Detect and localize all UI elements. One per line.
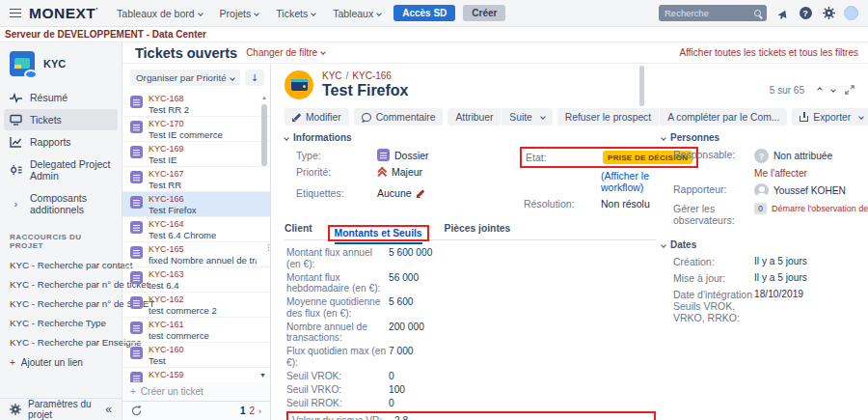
start-watching-link[interactable]: Démarre l'observation de ce ticket xyxy=(772,204,868,213)
ticket-row-selected[interactable]: KYC-166Test Firefox xyxy=(122,192,270,217)
informations-grid: Type:Dossier Priorité:Majeur Etiquettes:… xyxy=(285,149,656,214)
labels-value: Aucune xyxy=(377,187,412,199)
sidebar-item-reports[interactable]: Rapports xyxy=(4,131,118,153)
active-tab-annotation-box: Montants et Seuils xyxy=(328,225,429,241)
pagination: 1 2 › xyxy=(240,406,261,416)
sidebar-item-resume[interactable]: Résumé xyxy=(4,87,118,108)
feedback-megaphone-icon[interactable] xyxy=(774,6,790,21)
ticket-row[interactable]: KYC-160Test xyxy=(122,343,270,368)
unassigned-avatar-icon: ? xyxy=(754,149,769,163)
tab-montants-et-seuils[interactable]: Montants et Seuils xyxy=(335,226,422,244)
expand-icon[interactable] xyxy=(845,85,854,95)
ticket-row[interactable]: KYC-159 xyxy=(122,368,270,382)
acces-sd-button[interactable]: Accès SD xyxy=(393,5,455,21)
comment-icon xyxy=(362,113,371,122)
updated-value: Il y a 5 jours xyxy=(754,272,807,283)
create-ticket-link[interactable]: Créer un ticket xyxy=(122,382,270,401)
project-header[interactable]: KYC xyxy=(0,42,122,86)
add-link-button[interactable]: Ajouter un lien xyxy=(0,351,122,374)
state-label: Etat: xyxy=(526,152,603,163)
ticket-row[interactable]: KYC-170Test IE commerce xyxy=(122,117,270,142)
suite-dropdown-button[interactable]: Suite xyxy=(502,108,552,126)
breadcrumb-ticket-link[interactable]: KYC-166 xyxy=(352,70,392,81)
shortcut-recherche-type[interactable]: KYC - Recherche Type xyxy=(0,313,122,332)
sidebar-item-delegated-admin[interactable]: Delegated Project Admin xyxy=(4,154,118,186)
refresh-icon[interactable] xyxy=(131,406,142,416)
export-icon xyxy=(800,112,808,122)
menu-boards[interactable]: Tableaux xyxy=(328,8,386,19)
field-value: 0 xyxy=(389,371,394,382)
assignee-value: Non attribuée xyxy=(773,151,832,161)
field-label: Seuil VROK: xyxy=(286,371,389,382)
monext-logo[interactable]: MONEXT’ xyxy=(29,5,98,22)
collapse-sidebar-icon[interactable]: « xyxy=(105,403,112,416)
search-box[interactable] xyxy=(659,5,767,21)
shortcuts-section-title: RACCOURCIS DU PROJET xyxy=(0,221,122,255)
ticket-row[interactable]: KYC-161test commerce xyxy=(122,318,270,343)
field-value: 0 xyxy=(389,398,394,409)
sort-dropdown[interactable]: Organiser par Priorité xyxy=(130,70,240,86)
menu-tickets[interactable]: Tickets xyxy=(271,8,320,19)
list-filter-caret-icon[interactable]: ▼ xyxy=(259,372,266,378)
panel-resize-handle[interactable]: ⋮ xyxy=(264,242,273,252)
ticket-key: KYC-163 xyxy=(149,269,184,280)
ticket-key: KYC-168 xyxy=(149,94,189,104)
sort-direction-button[interactable]: ↓ xyxy=(245,70,264,86)
scrollbar-up-arrow[interactable]: ▲ xyxy=(261,95,267,100)
ticket-summary: fixed Nombre annuel de transa... xyxy=(149,255,257,266)
chart-icon xyxy=(10,136,22,148)
complete-by-com-button[interactable]: A compléter par le Com... xyxy=(660,108,787,126)
shortcut-recherche-ticket[interactable]: KYC - Recherche par n° de ticket xyxy=(0,274,122,294)
dates-section-header[interactable]: Dates xyxy=(662,239,858,250)
people-section-header[interactable]: Personnes xyxy=(662,132,858,143)
assign-button[interactable]: Attribuer xyxy=(448,108,501,126)
list-scrollbar-thumb[interactable] xyxy=(261,104,267,166)
show-workflow-link[interactable]: (Afficher le workflow) xyxy=(601,170,659,193)
create-button[interactable]: Créer xyxy=(463,5,505,21)
project-settings-label[interactable]: Paramètres du projet xyxy=(28,399,98,420)
refuse-prospect-button[interactable]: Refuser le prospect xyxy=(557,108,659,126)
ticket-row[interactable]: KYC-168Test RR 2 xyxy=(122,92,270,117)
assign-to-me-link[interactable]: Me l'affecter xyxy=(754,168,807,179)
next-ticket-icon[interactable] xyxy=(830,87,836,93)
show-all-tickets-link[interactable]: Afficher toutes les tickets et tous les … xyxy=(680,47,858,58)
menu-projects[interactable]: Projets xyxy=(215,8,264,19)
created-value: Il y a 5 jours xyxy=(754,256,807,266)
type-value: Dossier xyxy=(394,150,429,161)
ticket-row[interactable]: KYC-163test 6.4 xyxy=(122,267,270,293)
page-current[interactable]: 1 xyxy=(240,406,246,416)
shortcut-recherche-siret[interactable]: KYC - Recherche par n° de SIRET xyxy=(0,294,122,313)
page-2-link[interactable]: 2 xyxy=(249,406,255,416)
shortcut-recherche-enseigne[interactable]: KYC - Recherche par Enseigne xyxy=(0,332,122,351)
gear-icon[interactable] xyxy=(821,6,836,21)
informations-section-header[interactable]: Informations xyxy=(285,132,656,143)
help-icon[interactable] xyxy=(798,6,813,21)
modify-button[interactable]: Modifier xyxy=(285,108,349,126)
hamburger-menu-icon[interactable] xyxy=(10,9,21,17)
export-button[interactable]: Exporter xyxy=(792,108,868,126)
field-label: Valeur du risque VR: xyxy=(292,415,394,420)
detail-scrollbar-thumb[interactable] xyxy=(639,66,644,106)
labels-label: Etiquettes: xyxy=(296,187,377,199)
sidebar-item-additional-components[interactable]: › Composants additionnels xyxy=(4,187,118,220)
ticket-row[interactable]: KYC-167Test RR xyxy=(122,167,270,192)
user-avatar[interactable] xyxy=(844,6,858,20)
ticket-row[interactable]: KYC-162test commerce 2 xyxy=(122,293,270,318)
previous-ticket-icon[interactable] xyxy=(817,87,823,93)
sidebar-item-tickets[interactable]: Tickets xyxy=(4,109,118,130)
ticket-row[interactable]: KYC-169Test IE xyxy=(122,142,270,167)
ticket-row[interactable]: KYC-165fixed Nombre annuel de transa... xyxy=(122,242,270,267)
breadcrumb-project-link[interactable]: KYC xyxy=(322,70,342,81)
change-filter-link[interactable]: Changer de filtre xyxy=(246,47,325,58)
edit-labels-pencil-icon[interactable] xyxy=(417,189,425,198)
tab-client[interactable]: Client xyxy=(285,221,312,239)
search-input[interactable] xyxy=(665,8,750,18)
shortcut-recherche-contact[interactable]: KYC - Recherche par contact xyxy=(0,255,122,274)
comment-button[interactable]: Commentaire xyxy=(354,108,444,126)
menu-dashboards[interactable]: Tableaux de bord xyxy=(112,8,207,19)
ticket-row[interactable]: KYC-164Test 6.4 Chrome xyxy=(122,217,270,242)
tab-pieces-jointes[interactable]: Pièces jointes xyxy=(445,221,511,239)
sidebar-item-label: Rapports xyxy=(30,136,71,148)
detail-header: KYC / KYC-166 Test Firefox 5 sur 65 xyxy=(285,70,858,99)
page-next-arrow[interactable]: › xyxy=(258,406,261,416)
